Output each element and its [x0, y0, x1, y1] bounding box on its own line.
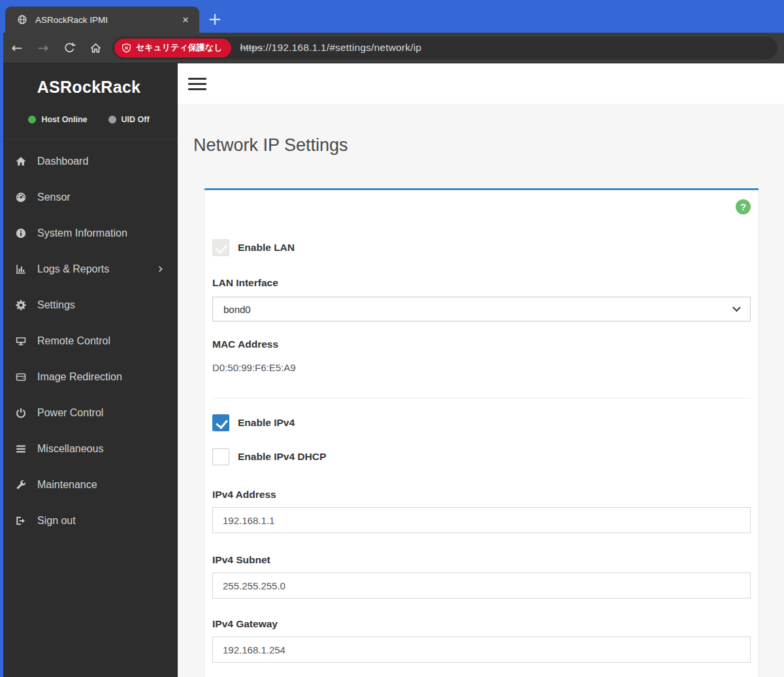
sidebar-item-dashboard[interactable]: Dashboard: [0, 143, 178, 179]
sidebar-item-label: Logs & Reports: [37, 263, 109, 275]
power-icon: [14, 407, 27, 419]
ipv4-address-label: IPv4 Address: [212, 489, 751, 501]
uid-off-dot: [108, 116, 116, 124]
uid-status-label: UID Off: [122, 115, 150, 124]
enable-lan-label: Enable LAN: [238, 242, 295, 254]
sidebar-item-logs-reports[interactable]: Logs & Reports ›: [0, 251, 178, 287]
sidebar-item-image-redirection[interactable]: Image Redirection: [0, 359, 178, 395]
sidebar-item-label: Sensor: [37, 191, 71, 203]
security-badge[interactable]: セキュリティ保護なし: [114, 39, 231, 58]
ipv4-subnet-label: IPv4 Subnet: [212, 554, 751, 566]
ipv4-subnet-input[interactable]: [212, 572, 751, 599]
chevron-right-icon: ›: [158, 262, 163, 276]
home-button[interactable]: [82, 36, 108, 59]
enable-lan-checkbox[interactable]: [212, 239, 229, 256]
sign-out-icon: [14, 515, 27, 527]
lan-interface-select[interactable]: bond0: [212, 297, 751, 322]
enable-ipv4-dhcp-label: Enable IPv4 DHCP: [238, 451, 326, 463]
mac-address-label: MAC Address: [212, 338, 751, 350]
mac-address-field: MAC Address D0:50:99:F6:E5:A9: [212, 338, 751, 373]
url-rest: ://192.168.1.1/#settings/network/ip: [263, 42, 421, 53]
lan-interface-label: LAN Interface: [212, 277, 751, 289]
lan-interface-value: bond0: [223, 304, 251, 315]
sidebar-item-settings[interactable]: Settings: [0, 287, 178, 323]
host-status: Host Online: [28, 115, 87, 124]
sidebar-item-label: Remote Control: [37, 335, 110, 347]
main-topbar: [178, 63, 784, 104]
gauge-icon: [14, 191, 27, 203]
list-icon: [14, 443, 27, 455]
browser-toolbar: ← → セキュリティ保護なし https://192.168.1.1/#sett…: [0, 33, 784, 63]
chevron-down-icon: [732, 303, 741, 312]
sidebar-item-sensor[interactable]: Sensor: [0, 179, 178, 215]
drive-icon: [14, 371, 27, 383]
monitor-icon: [14, 335, 27, 347]
content-area: Network IP Settings ? Enable LAN LAN Int…: [178, 104, 784, 677]
back-button[interactable]: ←: [4, 36, 30, 59]
tab-close-icon[interactable]: ✕: [177, 11, 194, 28]
sidebar-item-maintenance[interactable]: Maintenance: [0, 467, 178, 503]
brand-logo: ASRockRack: [0, 78, 178, 97]
host-status-label: Host Online: [41, 115, 87, 124]
sidebar-item-label: Image Redirection: [37, 371, 122, 383]
shield-x-icon: [122, 43, 131, 53]
tab-title: ASRockRack IPMI: [35, 15, 177, 25]
ipv4-gateway-field: IPv4 Gateway: [212, 618, 751, 663]
host-online-dot: [28, 116, 36, 124]
sidebar-item-label: Power Control: [37, 407, 103, 419]
home-icon: [14, 156, 27, 167]
ipv4-subnet-field: IPv4 Subnet: [212, 554, 751, 599]
sidebar-item-label: System Information: [37, 227, 127, 239]
page-title: Network IP Settings: [193, 135, 759, 156]
browser-titlebar: ASRockRack IPMI ✕ +: [0, 0, 784, 33]
address-bar[interactable]: セキュリティ保護なし https://192.168.1.1/#settings…: [112, 37, 777, 59]
enable-ipv4-dhcp-row: Enable IPv4 DHCP: [212, 448, 751, 465]
sidebar-menu: Dashboard Sensor: [0, 139, 178, 538]
ipv4-gateway-label: IPv4 Gateway: [212, 618, 751, 630]
gear-icon: [14, 299, 27, 311]
status-row: Host Online UID Off: [0, 115, 178, 139]
sidebar-item-sign-out[interactable]: Sign out: [0, 503, 178, 538]
sidebar-item-remote-control[interactable]: Remote Control: [0, 323, 178, 359]
ipv4-address-field: IPv4 Address: [212, 489, 751, 533]
wrench-icon: [14, 479, 27, 491]
bar-chart-icon: [14, 263, 27, 275]
reload-button[interactable]: [56, 36, 82, 59]
sidebar-item-label: Dashboard: [37, 156, 88, 167]
sidebar-item-label: Maintenance: [37, 479, 97, 491]
uid-status: UID Off: [108, 115, 150, 124]
globe-icon: [17, 14, 27, 25]
sidebar-item-system-information[interactable]: System Information: [0, 215, 178, 251]
divider: [212, 398, 751, 399]
enable-ipv4-checkbox[interactable]: [212, 414, 229, 431]
sidebar-item-power-control[interactable]: Power Control: [0, 395, 178, 431]
sidebar-item-label: Sign out: [37, 515, 76, 527]
network-ip-card: ? Enable LAN LAN Interface bond0 MAC Add…: [204, 188, 759, 677]
info-icon: [14, 227, 27, 239]
sidebar: ASRockRack Host Online UID Off Dashboard: [0, 63, 178, 677]
sidebar-toggle-button[interactable]: [188, 74, 206, 93]
enable-ipv4-row: Enable IPv4: [212, 414, 751, 431]
mac-address-value: D0:50:99:F6:E5:A9: [212, 362, 751, 373]
lan-interface-field: LAN Interface bond0: [212, 277, 751, 322]
ipv4-address-input[interactable]: [212, 507, 751, 533]
help-icon[interactable]: ?: [736, 199, 751, 214]
enable-lan-row: Enable LAN: [212, 239, 751, 256]
sidebar-item-label: Miscellaneous: [37, 443, 103, 455]
forward-button[interactable]: →: [30, 36, 56, 59]
url-text: https://192.168.1.1/#settings/network/ip: [240, 42, 421, 54]
sidebar-item-miscellaneous[interactable]: Miscellaneous: [0, 431, 178, 467]
ipv4-gateway-input[interactable]: [212, 636, 751, 663]
sidebar-item-label: Settings: [37, 299, 75, 311]
new-tab-button[interactable]: +: [205, 9, 225, 29]
url-scheme: https: [240, 42, 263, 53]
enable-ipv4-label: Enable IPv4: [238, 417, 295, 429]
security-badge-label: セキュリティ保護なし: [136, 42, 222, 54]
window-edge-accent: [0, 0, 3, 677]
main-area: Network IP Settings ? Enable LAN LAN Int…: [178, 63, 784, 677]
browser-tab[interactable]: ASRockRack IPMI ✕: [5, 7, 199, 33]
enable-ipv4-dhcp-checkbox[interactable]: [212, 448, 229, 465]
